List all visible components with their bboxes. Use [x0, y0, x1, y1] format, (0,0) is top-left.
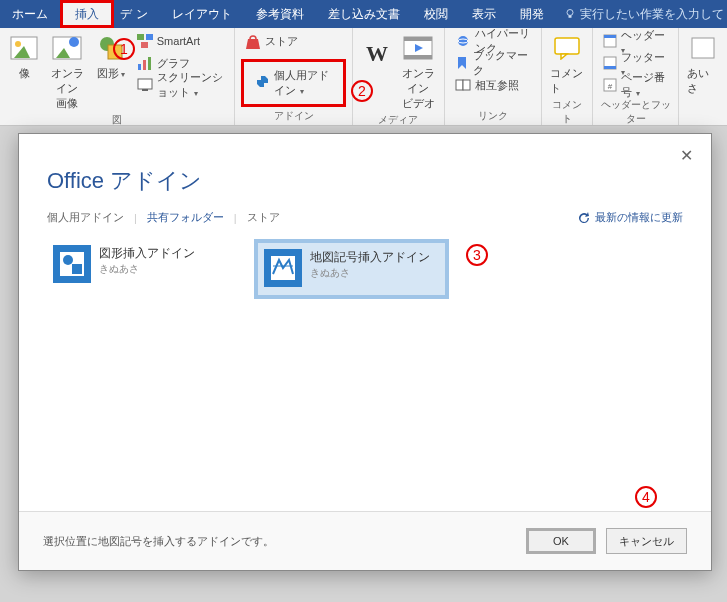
- picture-icon: [8, 32, 40, 64]
- header-icon: [603, 33, 617, 49]
- shapes-button[interactable]: 図形▾: [93, 30, 129, 111]
- bookmark-button[interactable]: ブックマーク: [451, 52, 535, 74]
- pictures-label: 像: [19, 66, 30, 81]
- tab-review[interactable]: 校閲: [412, 0, 460, 28]
- illustrations-group-label: 図: [6, 111, 228, 129]
- chart-label: グラフ: [157, 56, 190, 71]
- group-header-footer: ヘッダー ▾ フッター ▾ # ページ番号 ▾ ヘッダーとフッター: [593, 28, 679, 125]
- svg-point-38: [63, 255, 73, 265]
- smartart-icon: [137, 33, 153, 49]
- svg-text:#: #: [608, 82, 613, 91]
- svg-rect-20: [404, 37, 432, 41]
- screenshot-button[interactable]: スクリーンショット ▾: [133, 74, 228, 96]
- store-icon: [245, 34, 261, 50]
- dialog-footer: 選択位置に地図記号を挿入するアドインです。 OK キャンセル: [19, 511, 711, 570]
- page-number-icon: #: [603, 77, 617, 93]
- svg-point-3: [15, 41, 21, 47]
- svg-rect-31: [604, 35, 616, 38]
- shapes-label: 図形▾: [97, 66, 125, 81]
- comment-group-label: コメント: [548, 96, 586, 128]
- tab-mailings[interactable]: 差し込み文書: [316, 0, 412, 28]
- comment-button[interactable]: コメント: [548, 30, 586, 96]
- addin-card-map[interactable]: 地図記号挿入アドイン きぬあさ: [254, 239, 449, 299]
- dialog-tabs: 個人用アドイン | 共有フォルダー | ストア 最新の情報に更新: [47, 210, 683, 225]
- media-group-label: メディア: [359, 111, 438, 129]
- addin-publisher: きぬあさ: [310, 266, 430, 280]
- wikipedia-icon: W: [361, 38, 393, 70]
- group-addins: ストア 個人用アドイン ▾ アドイン: [235, 28, 353, 125]
- tab-design-partial[interactable]: デ: [114, 0, 134, 28]
- lightbulb-icon: [564, 8, 576, 20]
- dialog-tab-shared[interactable]: 共有フォルダー: [147, 210, 224, 225]
- tell-me-text: 実行したい作業を入力して: [580, 6, 724, 23]
- addin-icon: [254, 75, 270, 91]
- ribbon-tabs: ホーム 挿入 デ ン レイアウト 参考資料 差し込み文書 校閲 表示 開発 実行…: [0, 0, 727, 28]
- crossref-button[interactable]: 相互参照: [451, 74, 535, 96]
- online-video-button[interactable]: オンライン ビデオ: [399, 30, 438, 111]
- my-addins-label: 個人用アドイン ▾: [274, 68, 333, 98]
- svg-rect-11: [146, 34, 153, 40]
- group-media: W オンライン ビデオ メディア: [353, 28, 445, 125]
- svg-marker-18: [246, 39, 260, 49]
- chart-icon: [137, 55, 153, 71]
- footer-icon: [603, 55, 617, 71]
- greeting-button[interactable]: あいさ: [685, 30, 721, 96]
- addin-tile-icon: [264, 249, 302, 287]
- svg-marker-25: [458, 57, 466, 69]
- svg-rect-28: [555, 38, 579, 54]
- cancel-button[interactable]: キャンセル: [606, 528, 687, 554]
- tab-separator: |: [234, 212, 237, 224]
- online-picture-icon: [51, 32, 83, 64]
- link-group-label: リンク: [451, 107, 535, 125]
- tab-references[interactable]: 参考資料: [244, 0, 316, 28]
- online-pictures-label: オンライン 画像: [48, 66, 87, 111]
- dialog-title: Office アドイン: [47, 166, 683, 196]
- group-illustrations: 像 オンライン 画像 図形▾ SmartArt グラフ: [0, 28, 235, 125]
- svg-point-6: [69, 37, 79, 47]
- group-links: ハイパーリンク ブックマーク 相互参照 リンク: [445, 28, 542, 125]
- store-button[interactable]: ストア: [241, 31, 346, 53]
- dialog-tab-my[interactable]: 個人用アドイン: [47, 210, 124, 225]
- tab-insert[interactable]: 挿入: [60, 0, 114, 28]
- group-text-partial: あいさ: [679, 28, 727, 125]
- online-pictures-button[interactable]: オンライン 画像: [46, 30, 89, 111]
- wikipedia-button[interactable]: W: [359, 30, 395, 111]
- svg-point-23: [458, 36, 468, 46]
- svg-rect-16: [138, 79, 152, 89]
- dialog-tab-store[interactable]: ストア: [247, 210, 280, 225]
- smartart-button[interactable]: SmartArt: [133, 30, 228, 52]
- tell-me[interactable]: 実行したい作業を入力して: [556, 6, 724, 23]
- tab-home[interactable]: ホーム: [0, 0, 60, 28]
- svg-rect-36: [692, 38, 714, 58]
- addin-publisher: きぬあさ: [99, 262, 195, 276]
- ok-button[interactable]: OK: [526, 528, 596, 554]
- addin-tile-icon: [53, 245, 91, 283]
- text-icon: [687, 32, 719, 64]
- tab-layout[interactable]: レイアウト: [160, 0, 244, 28]
- svg-rect-33: [604, 66, 616, 69]
- close-button[interactable]: ✕: [672, 142, 701, 169]
- video-icon: [402, 32, 434, 64]
- screenshot-icon: [137, 77, 153, 93]
- tab-view[interactable]: 表示: [460, 0, 508, 28]
- greeting-label: あいさ: [687, 66, 719, 96]
- svg-rect-17: [142, 89, 148, 91]
- my-addins-button[interactable]: 個人用アドイン ▾: [241, 59, 346, 107]
- tab-developer[interactable]: 開発: [508, 0, 556, 28]
- page-number-button[interactable]: # ページ番号 ▾: [599, 74, 672, 96]
- pictures-button[interactable]: 像: [6, 30, 42, 111]
- svg-rect-10: [137, 34, 144, 40]
- screenshot-label: スクリーンショット ▾: [157, 70, 224, 100]
- crossref-icon: [455, 77, 471, 93]
- addin-title: 地図記号挿入アドイン: [310, 249, 430, 266]
- refresh-icon: [577, 211, 591, 225]
- tab-separator: |: [134, 212, 137, 224]
- svg-point-0: [567, 10, 573, 16]
- addin-title: 図形挿入アドイン: [99, 245, 195, 262]
- svg-rect-15: [148, 57, 151, 70]
- addin-card-shape[interactable]: 図形挿入アドイン きぬあさ: [47, 239, 242, 299]
- tab-design-partial2[interactable]: ン: [134, 0, 160, 28]
- refresh-button[interactable]: 最新の情報に更新: [577, 210, 683, 225]
- svg-rect-26: [456, 80, 463, 90]
- svg-rect-39: [72, 264, 82, 274]
